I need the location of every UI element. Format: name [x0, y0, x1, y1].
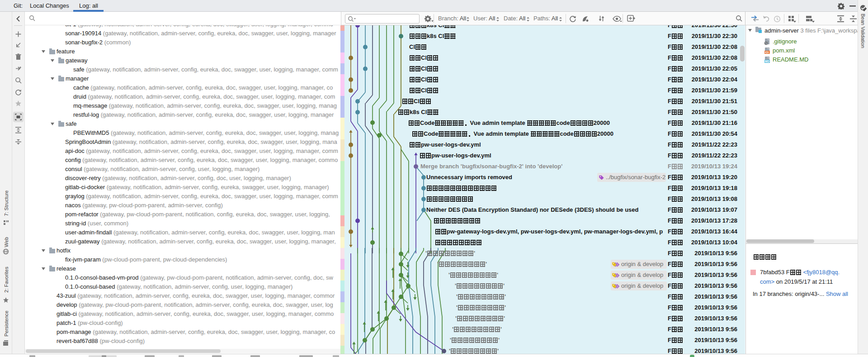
svg-text:MD: MD	[765, 60, 769, 63]
svg-text:<>: <>	[765, 51, 769, 54]
